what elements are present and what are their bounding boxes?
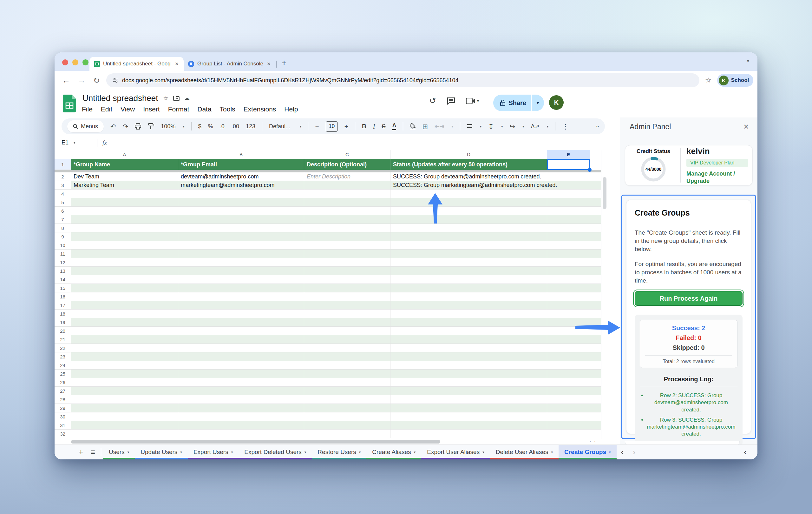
cell-f12[interactable] xyxy=(590,258,601,266)
italic-icon[interactable]: I xyxy=(373,123,375,130)
cell-D20[interactable] xyxy=(390,327,547,335)
cell-A1[interactable]: *Group Name xyxy=(71,159,178,170)
sheet-tab-caret-icon[interactable]: ▾ xyxy=(180,450,182,454)
cell-B28[interactable] xyxy=(178,395,304,404)
cell-D3[interactable]: SUCCESS: Group marketingteam@adminsheetp… xyxy=(390,181,547,189)
cell-B31[interactable] xyxy=(178,421,304,429)
column-header-B[interactable]: B xyxy=(178,150,304,159)
cell-f9[interactable] xyxy=(590,233,601,241)
fill-color-icon[interactable] xyxy=(410,123,415,130)
cell-A5[interactable] xyxy=(71,198,178,206)
share-caret-icon[interactable]: ▾ xyxy=(531,100,544,105)
account-avatar[interactable]: K xyxy=(549,95,563,110)
share-button[interactable]: Share ▾ xyxy=(493,94,544,111)
cell-D6[interactable] xyxy=(390,207,547,215)
text-wrap-control[interactable]: ↪▾ xyxy=(510,123,524,130)
cell-A10[interactable] xyxy=(71,241,178,249)
row-header-1[interactable]: 1 xyxy=(55,159,71,170)
cell-E3[interactable] xyxy=(547,181,590,189)
sheet-tab-caret-icon[interactable]: ▾ xyxy=(414,450,416,454)
cell-E23[interactable] xyxy=(547,352,590,361)
cell-A8[interactable] xyxy=(71,224,178,232)
menu-help[interactable]: Help xyxy=(284,105,298,113)
row-header-29[interactable]: 29 xyxy=(55,404,71,412)
cell-E30[interactable] xyxy=(547,412,590,421)
cell-E14[interactable] xyxy=(547,275,590,283)
cell-C30[interactable] xyxy=(304,412,390,421)
cell-B8[interactable] xyxy=(178,224,304,232)
cell-E29[interactable] xyxy=(547,404,590,412)
row-header-14[interactable]: 14 xyxy=(55,275,71,283)
row-header-19[interactable]: 19 xyxy=(55,318,71,326)
cell-C5[interactable] xyxy=(304,198,390,206)
cell-A27[interactable] xyxy=(71,387,178,395)
cell-f26[interactable] xyxy=(590,378,601,386)
cell-C11[interactable] xyxy=(304,249,390,258)
cell-A24[interactable] xyxy=(71,361,178,369)
cell-f21[interactable] xyxy=(590,335,601,344)
browser-tab-admin-console[interactable]: Group List - Admin Console × xyxy=(184,57,276,71)
scrollbar-corner[interactable]: ‹› xyxy=(590,439,596,443)
horizontal-align-control[interactable]: ▾ xyxy=(467,124,482,129)
text-color-icon[interactable]: A xyxy=(392,123,396,130)
cell-B9[interactable] xyxy=(178,233,304,241)
row-header-4[interactable]: 4 xyxy=(55,190,71,198)
row-header-28[interactable]: 28 xyxy=(55,395,71,404)
cell-C26[interactable] xyxy=(304,378,390,386)
column-header-C[interactable]: C xyxy=(304,150,390,159)
cell-E7[interactable] xyxy=(547,215,590,223)
cell-A22[interactable] xyxy=(71,344,178,352)
cell-B6[interactable] xyxy=(178,207,304,215)
format-currency-icon[interactable]: $ xyxy=(198,123,201,130)
cell-A3[interactable]: Marketing Team xyxy=(71,181,178,189)
cell-B30[interactable] xyxy=(178,412,304,421)
tab-search-chevron-icon[interactable]: ▾ xyxy=(747,58,749,64)
cell-f24[interactable] xyxy=(590,361,601,369)
cell-D9[interactable] xyxy=(390,233,547,241)
cell-D17[interactable] xyxy=(390,301,547,309)
cell-f23[interactable] xyxy=(590,352,601,361)
sheet-tab-caret-icon[interactable]: ▾ xyxy=(551,450,553,454)
cell-B12[interactable] xyxy=(178,258,304,266)
cell-C32[interactable] xyxy=(304,430,390,438)
browser-tab-sheets[interactable]: Untitled spreadsheet - Googl × xyxy=(89,57,184,71)
cell-A21[interactable] xyxy=(71,335,178,344)
cell-D32[interactable] xyxy=(390,430,547,438)
cell-D5[interactable] xyxy=(390,198,547,206)
sheet-tab-export-user-aliases[interactable]: Export User Aliases▾ xyxy=(421,445,490,459)
minimize-window-button[interactable] xyxy=(72,59,78,65)
decrease-decimals-icon[interactable]: .0 xyxy=(220,123,225,130)
cell-C15[interactable] xyxy=(304,284,390,292)
cell-E21[interactable] xyxy=(547,335,590,344)
close-tab-icon[interactable]: × xyxy=(174,60,179,67)
cell-E8[interactable] xyxy=(547,224,590,232)
cell-E15[interactable] xyxy=(547,284,590,292)
cell-B24[interactable] xyxy=(178,361,304,369)
cell-D30[interactable] xyxy=(390,412,547,421)
cell-B19[interactable] xyxy=(178,318,304,326)
cell-A9[interactable] xyxy=(71,233,178,241)
cell-A16[interactable] xyxy=(71,292,178,301)
undo-icon[interactable]: ↶ xyxy=(110,123,116,130)
cell-E12[interactable] xyxy=(547,258,590,266)
cell-D31[interactable] xyxy=(390,421,547,429)
bold-icon[interactable]: B xyxy=(362,123,366,130)
cell-E16[interactable] xyxy=(547,292,590,301)
cell-D11[interactable] xyxy=(390,249,547,258)
close-tab-icon[interactable]: × xyxy=(266,60,271,67)
cell-D8[interactable] xyxy=(390,224,547,232)
cell-f27[interactable] xyxy=(590,387,601,395)
cell-B4[interactable] xyxy=(178,190,304,198)
cell-C4[interactable] xyxy=(304,190,390,198)
row-header-22[interactable]: 22 xyxy=(55,344,71,352)
cell-f6[interactable] xyxy=(590,207,601,215)
row-header-21[interactable]: 21 xyxy=(55,335,71,344)
cell-A29[interactable] xyxy=(71,404,178,412)
cell-C18[interactable] xyxy=(304,309,390,318)
cell-C14[interactable] xyxy=(304,275,390,283)
row-header-31[interactable]: 31 xyxy=(55,421,71,429)
cell-B25[interactable] xyxy=(178,370,304,378)
cell-B13[interactable] xyxy=(178,267,304,275)
borders-icon[interactable]: ⊞ xyxy=(422,123,428,130)
cell-D24[interactable] xyxy=(390,361,547,369)
